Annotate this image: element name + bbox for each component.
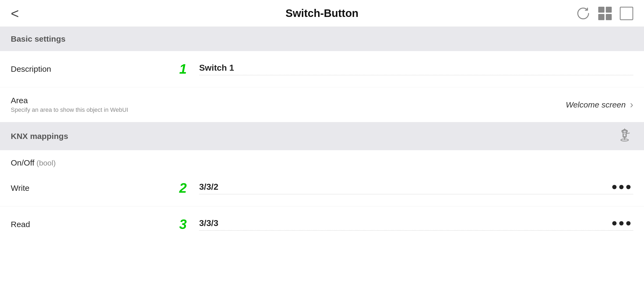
area-sublabel: Specify an area to show this object in W… <box>11 106 167 113</box>
grid-view-button[interactable] <box>598 7 612 20</box>
header: < Switch-Button <box>0 0 644 27</box>
read-step-num: 3 <box>179 217 187 232</box>
grid-icon <box>598 7 612 20</box>
refresh-icon <box>576 6 590 20</box>
dot-6 <box>626 221 631 225</box>
area-value: Welcome screen <box>566 100 626 109</box>
read-label: Read <box>11 220 167 229</box>
description-value-area[interactable]: Switch 1 <box>199 63 633 75</box>
write-label: Write <box>11 184 167 193</box>
knx-title: KNX mappings <box>11 132 68 141</box>
square-view-button[interactable] <box>620 7 633 20</box>
read-value: 3/3/3 <box>199 218 218 228</box>
svg-point-5 <box>623 134 626 137</box>
header-actions <box>576 6 633 20</box>
description-value: Switch 1 <box>199 63 234 73</box>
square-icon <box>620 7 633 20</box>
header-left: < <box>11 4 24 23</box>
read-label-col: Read <box>11 220 167 229</box>
page-title: Switch-Button <box>286 7 358 19</box>
write-value-col[interactable]: 3/3/2 <box>199 182 633 194</box>
back-button[interactable]: < <box>11 4 24 23</box>
write-label-col: Write <box>11 184 167 193</box>
knx-section-header: KNX mappings <box>0 122 644 150</box>
area-row[interactable]: Area Specify an area to show this object… <box>0 87 644 122</box>
microscope-icon <box>617 128 633 144</box>
area-chevron-icon: › <box>630 99 633 110</box>
dot-5 <box>619 221 624 225</box>
basic-settings-section-header: Basic settings <box>0 27 644 51</box>
on-off-label: On/Off <box>11 158 34 167</box>
dot-2 <box>619 185 624 189</box>
read-step-col: 3 <box>167 217 199 232</box>
microscope-button[interactable] <box>617 128 633 144</box>
description-label: Description <box>11 64 167 74</box>
dot-1 <box>612 185 617 189</box>
svg-line-6 <box>626 133 629 134</box>
write-row: Write 2 3/3/2 <box>0 170 644 206</box>
area-label-col: Area Specify an area to show this object… <box>11 96 167 113</box>
description-step-col: 1 <box>167 61 199 77</box>
area-label: Area <box>11 96 167 105</box>
on-off-section: On/Off (bool) <box>0 150 644 170</box>
write-options-button[interactable] <box>610 182 633 192</box>
description-step-num: 1 <box>179 61 187 77</box>
basic-settings-title: Basic settings <box>11 34 65 44</box>
description-label-col: Description <box>11 64 167 74</box>
on-off-type: (bool) <box>37 159 56 167</box>
dot-3 <box>626 185 631 189</box>
refresh-button[interactable] <box>576 6 590 20</box>
read-value-col[interactable]: 3/3/3 <box>199 218 633 231</box>
dot-4 <box>612 221 617 225</box>
area-value-col: Welcome screen › <box>167 99 633 110</box>
write-step-num: 2 <box>179 180 187 196</box>
description-row: Description 1 Switch 1 <box>0 51 644 87</box>
write-step-col: 2 <box>167 180 199 196</box>
read-row: Read 3 3/3/3 <box>0 206 644 242</box>
write-value: 3/3/2 <box>199 182 218 192</box>
read-options-button[interactable] <box>610 218 633 228</box>
